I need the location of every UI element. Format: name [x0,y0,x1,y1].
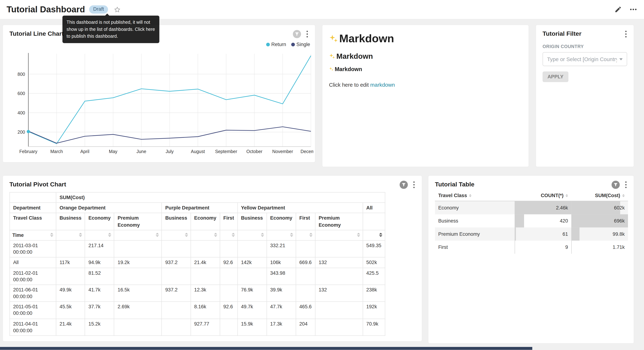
pivot-value-cell [114,240,162,257]
pivot-value-cell: 39.9k [267,285,296,302]
count-cell: 61 [515,228,571,240]
sort-icon[interactable] [50,232,53,237]
pivot-col-header: Business [238,213,267,230]
pivot-col-header: Business [56,213,85,230]
draft-badge[interactable]: Draft [89,6,108,14]
svg-text:April: April [80,149,90,154]
pivot-value-cell: 132 [315,285,363,302]
sort-icon[interactable] [566,194,568,197]
column-header-count-[interactable]: COUNT(*) [515,191,571,201]
sparkles-icon [329,53,335,60]
pivot-col-header: Business [162,213,191,230]
apply-button[interactable]: APPLY [542,72,568,82]
pivot-time-header: Time [10,230,56,240]
origin-country-label: ORIGIN COUNTRY [542,44,627,49]
pivot-value-cell [238,268,267,285]
pivot-value-cell: 132 [315,257,363,268]
pivot-measure-header: SUM(Cost) [56,192,385,203]
svg-text:February: February [19,149,37,154]
favorite-star-icon[interactable] [114,6,121,13]
sort-icon[interactable] [108,232,112,237]
filter-indicator-icon[interactable] [612,180,620,189]
pivot-value-cell [191,240,220,257]
pivot-row: Travel ClassBusinessEconomyPremium Econo… [10,213,385,230]
sort-icon[interactable] [79,232,82,237]
kebab-menu-icon[interactable] [625,30,627,38]
sort-icon[interactable] [357,232,360,237]
filter-indicator-icon[interactable] [293,30,301,38]
sort-icon[interactable] [290,232,293,237]
pivot-value-cell [315,302,363,319]
filter-card: Tutorial Filter ORIGIN COUNTRY Type or S… [536,25,634,167]
data-table-wrap: Travel ClassCOUNT(*)SUM(Cost) Economy2.4… [435,191,627,254]
pivot-card-title: Tutorial Pivot Chart [10,180,66,188]
pivot-sort-cell [191,230,220,240]
pivot-row-label: All [10,257,56,268]
pivot-cell [10,192,56,203]
column-header-travel-class[interactable]: Travel Class [435,191,515,201]
line-chart: 200400600800FebruaryMarchAprilMayJuneJul… [4,51,314,157]
markdown-paragraph: Click here to edit markdown [329,82,522,88]
pivot-group-header: Purple Department [162,203,238,213]
filter-card-title: Tutorial Filter [542,30,582,37]
count-cell: 420 [515,214,571,228]
sort-icon[interactable] [214,232,217,237]
pivot-value-cell: 465.6 [296,302,315,319]
pivot-value-cell [296,285,315,302]
pivot-value-cell [191,268,220,285]
sort-icon[interactable] [622,194,625,197]
kebab-menu-icon[interactable] [625,180,627,189]
pivot-value-cell: 15.9k [238,319,267,336]
pivot-value-cell [56,240,85,257]
sort-icon[interactable] [156,232,159,237]
pivot-value-cell: 927.77 [191,319,220,336]
page-title: Tutorial Dashboard [6,4,85,14]
legend-item-single[interactable]: Single [291,42,310,47]
pivot-sort-cell [296,230,315,240]
pivot-value-cell: 937.2 [162,285,191,302]
filter-card-header: Tutorial Filter [536,25,634,38]
filter-indicator-icon[interactable] [400,180,408,189]
more-menu-icon[interactable] [629,6,637,13]
sort-icon[interactable] [309,232,312,237]
pivot-value-cell: 238k [363,285,385,302]
sort-icon[interactable] [469,194,472,197]
kebab-menu-icon[interactable] [306,30,308,38]
pivot-value-cell: 204 [296,319,315,336]
travel-class-cell: Business [435,214,515,228]
pivot-value-cell: 142k [238,257,267,268]
column-header-sum-cost-[interactable]: SUM(Cost) [571,191,628,201]
markdown-heading-2: Markdown [329,52,522,61]
pivot-value-cell: 502k [363,257,385,268]
pivot-value-cell: 92.6 [220,302,238,319]
pivot-value-cell: 8.16k [191,302,220,319]
pivot-value-cell: 425.5 [363,268,385,285]
pivot-sort-cell [85,230,114,240]
pivot-row-label: 2011-05-01 00:00:00 [10,302,56,319]
sort-icon[interactable] [379,232,382,237]
pivot-col-header: Premium Economy [114,213,162,230]
legend-label: Return [272,42,286,47]
pivot-value-cell: 332.21 [267,240,296,257]
sort-icon[interactable] [185,232,188,237]
sort-icon[interactable] [261,232,264,237]
sort-icon[interactable] [232,232,235,237]
pivot-col-header: First [296,213,315,230]
pivot-row: SUM(Cost) [10,192,385,203]
svg-text:600: 600 [18,91,25,96]
pivot-value-cell [162,302,191,319]
edit-markdown-link[interactable]: markdown [370,82,395,88]
pivot-value-cell: 192k [363,302,385,319]
origin-country-select[interactable]: Type or Select [Origin Country] [542,52,627,66]
svg-text:May: May [109,149,118,154]
legend-item-return[interactable]: Return [266,42,286,47]
pivot-value-cell: 49.9k [56,285,85,302]
table-header-row: Travel ClassCOUNT(*)SUM(Cost) [435,191,628,201]
pivot-value-cell [315,268,363,285]
pivot-value-cell [220,240,238,257]
pivot-value-cell [114,268,162,285]
edit-dashboard-icon[interactable] [614,6,622,13]
kebab-menu-icon[interactable] [413,180,415,189]
bottom-scroll-bar [0,347,532,350]
pivot-value-cell: 92.6 [220,257,238,268]
